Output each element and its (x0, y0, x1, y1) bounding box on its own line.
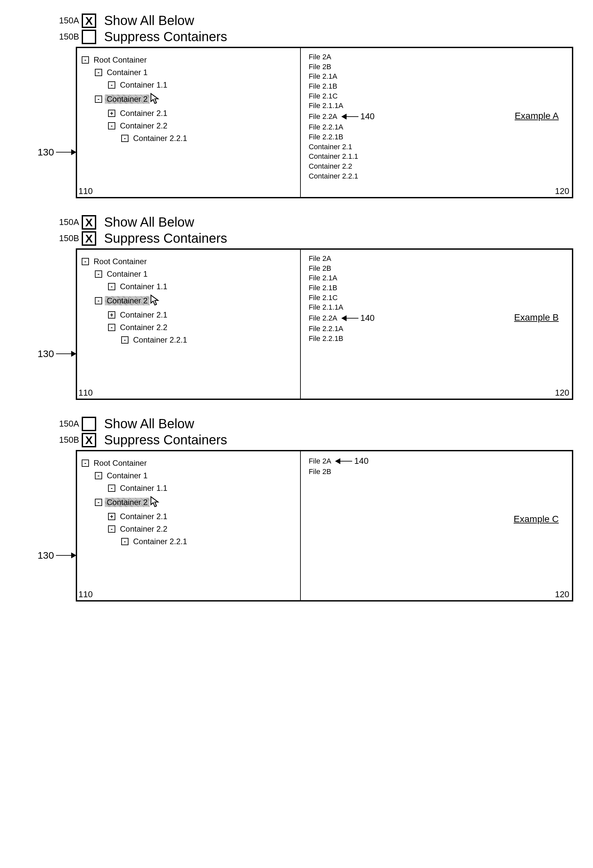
tree-container-1-1-expander[interactable]: - (108, 283, 115, 290)
tree-container-2[interactable]: -Container 2 (95, 496, 298, 509)
list-item-label: Container 2.2.1 (309, 171, 358, 181)
list-item[interactable]: File 2.1.1A (309, 303, 566, 312)
ref-130-col: 130 (20, 490, 76, 561)
tree-container-2-2-1[interactable]: -Container 2.2.1 (121, 537, 298, 546)
tree-container-1-1-label: Container 1.1 (118, 282, 169, 291)
tree-container-2-2[interactable]: -Container 2.2 (108, 524, 298, 534)
tree-container-2-2[interactable]: -Container 2.2 (108, 121, 298, 130)
tree-container-1[interactable]: -Container 1 (95, 68, 298, 77)
list-item[interactable]: File 2.2.1B (309, 132, 566, 142)
list-item[interactable]: File 2.1C (309, 293, 566, 303)
tree-root[interactable]: -Root Container (82, 459, 298, 468)
tree-container-2-2-1-expander[interactable]: - (121, 538, 128, 545)
label-show-all-below: Show All Below (104, 416, 194, 431)
tree-container-2[interactable]: -Container 2 (95, 294, 298, 307)
tree-root[interactable]: -Root Container (82, 257, 298, 266)
tree-container-2-2[interactable]: -Container 2.2 (108, 323, 298, 332)
tree-container-2-label: Container 2 (105, 296, 150, 306)
checkbox-suppress-containers[interactable] (82, 30, 96, 44)
panel-wrap: 130-Root Container-Container 1-Container… (20, 248, 573, 400)
list-item[interactable]: File 2B (309, 467, 566, 477)
list-item[interactable]: File 2.2.1A (309, 122, 566, 132)
arrow-right-icon (56, 152, 76, 152)
list-item[interactable]: Container 2.2 (309, 161, 566, 171)
tree-container-2-2-expander[interactable]: - (108, 526, 115, 533)
ref-140: 140 (354, 455, 368, 467)
tree-container-2[interactable]: -Container 2 (95, 93, 298, 105)
tree-container-1-1-expander[interactable]: - (108, 484, 115, 492)
list-item-label: File 2A (309, 254, 331, 264)
option-row-show-all-below: 150AShow All Below (49, 416, 573, 431)
list-item[interactable]: File 2B (309, 264, 566, 273)
checkbox-show-all-below[interactable]: X (82, 13, 96, 28)
list-item-label: File 2.1B (309, 81, 337, 91)
ref-130: 130 (38, 550, 54, 561)
checkbox-show-all-below[interactable]: X (82, 215, 96, 230)
tree-root-expander[interactable]: - (82, 459, 89, 467)
cursor-icon (150, 496, 160, 507)
list-item[interactable]: File 2.1B (309, 81, 566, 91)
tree-container-2-1[interactable]: +Container 2.1 (108, 109, 298, 118)
list-item[interactable]: Container 2.2.1 (309, 171, 566, 181)
tree-container-2-1-expander[interactable]: + (108, 513, 115, 520)
ref-150B: 150B (49, 233, 82, 244)
list-item[interactable]: File 2.1B (309, 283, 566, 293)
tree-container-1-expander[interactable]: - (95, 69, 102, 76)
split-panel: -Root Container-Container 1-Container 1.… (76, 248, 573, 400)
list-item[interactable]: Container 2.1 (309, 142, 566, 152)
options-block: 150AXShow All Below150BXSuppress Contain… (49, 215, 573, 246)
tree-root[interactable]: -Root Container (82, 55, 298, 65)
tree-container-1-1[interactable]: -Container 1.1 (108, 484, 298, 493)
label-suppress-containers: Suppress Containers (104, 29, 227, 44)
list-item-label: File 2.2.1B (309, 132, 343, 142)
list-item[interactable]: File 2.1A (309, 71, 566, 81)
tree-container-1-expander[interactable]: - (95, 270, 102, 278)
tree-container-2-1-expander[interactable]: + (108, 311, 115, 319)
tree-container-2-2-1-expander[interactable]: - (121, 135, 128, 142)
tree-container-2-2-expander[interactable]: - (108, 122, 115, 130)
checkbox-suppress-containers[interactable]: X (82, 433, 96, 447)
tree-pane: -Root Container-Container 1-Container 1.… (77, 250, 301, 399)
tree-container-1-1[interactable]: -Container 1.1 (108, 282, 298, 291)
list-item[interactable]: File 2.1.1A (309, 101, 566, 111)
tree-container-1-1-expander[interactable]: - (108, 81, 115, 89)
cursor-icon (150, 294, 160, 306)
tree-root-expander[interactable]: - (82, 258, 89, 265)
tree-container-2-1[interactable]: +Container 2.1 (108, 310, 298, 320)
tree-container-1[interactable]: -Container 1 (95, 471, 298, 480)
tree-container-1-expander[interactable]: - (95, 472, 102, 479)
tree-container-1-1[interactable]: -Container 1.1 (108, 80, 298, 90)
label-suppress-containers: Suppress Containers (104, 231, 227, 246)
list-item-label: File 2B (309, 467, 331, 477)
list-item[interactable]: File 2B (309, 62, 566, 72)
tree-container-2-label: Container 2 (105, 498, 150, 507)
tree-root-expander[interactable]: - (82, 56, 89, 63)
ref-110: 110 (78, 388, 93, 398)
tree-container-2-2-1-expander[interactable]: - (121, 336, 128, 344)
ref-150A: 150A (49, 419, 82, 429)
tree-container-1[interactable]: -Container 1 (95, 269, 298, 279)
tree-container-2-expander[interactable]: - (95, 96, 102, 103)
list-item-label: File 2.2.1A (309, 122, 343, 132)
list-item[interactable]: File 2.1A (309, 273, 566, 283)
tree-container-2-2-1[interactable]: -Container 2.2.1 (121, 335, 298, 345)
list-item[interactable]: File 2.1C (309, 91, 566, 101)
tree-container-2-1-expander[interactable]: + (108, 110, 115, 117)
list-item[interactable]: File 2A140 (309, 455, 566, 467)
checkbox-show-all-below[interactable] (82, 417, 96, 431)
options-block: 150AShow All Below150BXSuppress Containe… (49, 416, 573, 447)
list-item[interactable]: File 2.2.1B (309, 334, 566, 344)
checkbox-suppress-containers[interactable]: X (82, 231, 96, 246)
list-item[interactable]: Container 2.1.1 (309, 152, 566, 161)
tree-container-2-expander[interactable]: - (95, 297, 102, 304)
tree-container-2-1[interactable]: +Container 2.1 (108, 512, 298, 521)
arrow-left-icon (336, 461, 352, 462)
tree-container-2-expander[interactable]: - (95, 499, 102, 506)
arrow-left-icon (342, 318, 358, 319)
list-item[interactable]: File 2A (309, 52, 566, 62)
tree-container-2-2-1[interactable]: -Container 2.2.1 (121, 134, 298, 143)
tree-container-2-2-expander[interactable]: - (108, 324, 115, 331)
list-item[interactable]: File 2.2.1A (309, 324, 566, 334)
ref-150B: 150B (49, 435, 82, 445)
list-item[interactable]: File 2A (309, 254, 566, 264)
